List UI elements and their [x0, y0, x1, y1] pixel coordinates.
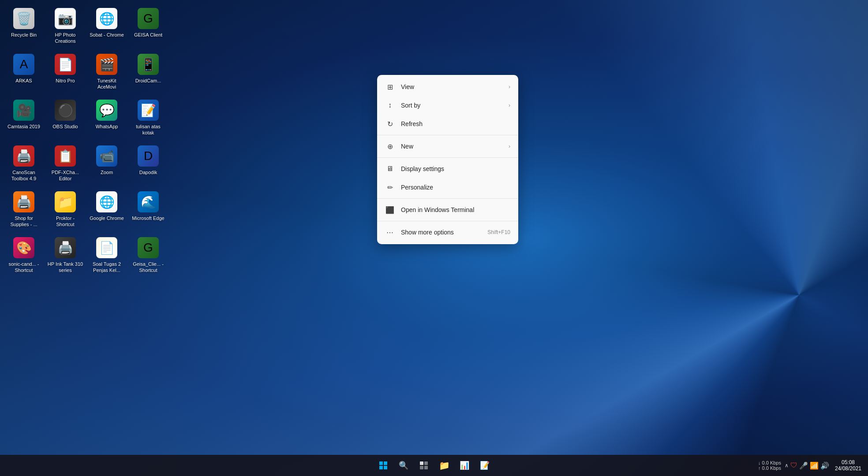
desktop-icon-google-chrome[interactable]: 🌐 Google Chrome: [87, 188, 126, 232]
ctx-icon-refresh: ↻: [385, 119, 395, 129]
icon-label-soal-tugas-2: Soal Tugas 2 Penjas Kel...: [89, 261, 125, 274]
icon-label-shop-for-supplies: Shop for Supplies - ...: [6, 215, 42, 228]
icon-label-sonic-cand-shortcut: sonic-cand... - Shortcut: [6, 261, 42, 274]
desktop-icon-shop-for-supplies[interactable]: 🖨️ Shop for Supplies - ...: [4, 188, 43, 232]
icon-label-canoscan: CanoScan Toolbox 4.9: [6, 169, 42, 182]
clock[interactable]: 05:08 24/08/2021: [833, 459, 864, 472]
desktop-icon-geisa-clie-shortcut[interactable]: G Geisa_Clie... - Shortcut: [129, 234, 168, 278]
desktop-icon-droidcam[interactable]: 📱 DroidCam...: [129, 50, 168, 94]
icon-label-microsoft-edge: Microsoft Edge: [132, 215, 164, 221]
icon-image-sonic-cand-shortcut: 🎨: [13, 237, 34, 258]
icon-image-camtasia: 🎥: [13, 100, 34, 121]
start-button[interactable]: [374, 457, 392, 474]
ctx-label-personalize: Personalize: [401, 184, 510, 191]
icon-image-geisa-clie-shortcut: G: [138, 237, 159, 258]
ctx-item-open-terminal[interactable]: ⬛ Open in Windows Terminal: [377, 201, 518, 219]
ctx-label-show-more-options: Show more options: [401, 229, 481, 236]
icon-image-canoscan: 🖨️: [13, 145, 34, 167]
svg-rect-2: [379, 466, 383, 469]
desktop-icon-tulisan-atas-kotak[interactable]: 📝 tulisan atas kotak: [129, 96, 168, 140]
search-button[interactable]: 🔍: [395, 457, 412, 474]
ctx-arrow-new: ›: [509, 143, 510, 149]
file-explorer-button[interactable]: 📁: [435, 457, 453, 474]
ctx-icon-show-more-options: ⋯: [385, 227, 395, 237]
ctx-divider-divider1: [377, 135, 518, 135]
network-info: ↓ 0.0 Kbps ↑ 0.0 Kbps: [758, 460, 781, 471]
ctx-label-display-settings: Display settings: [401, 165, 510, 172]
icon-image-hp-ink-tank: 🖨️: [55, 237, 76, 258]
icon-label-proktor-shortcut: Proktor - Shortcut: [47, 215, 83, 228]
microphone-icon[interactable]: 🎤: [799, 461, 808, 470]
desktop-icon-hp-ink-tank[interactable]: 🖨️ HP Ink Tank 310 series: [46, 234, 85, 278]
network-download: ↓ 0.0 Kbps: [758, 460, 781, 465]
ctx-divider-divider4: [377, 221, 518, 221]
time-display: 05:08: [842, 459, 855, 465]
desktop-icon-pdf-xchange[interactable]: 📋 PDF-XCha... Editor: [46, 142, 85, 186]
desktop-icon-geisa-client[interactable]: G GEISA Client: [129, 4, 168, 48]
desktop-icon-tuneskit[interactable]: 🎬 TunesKit AceMovi: [87, 50, 126, 94]
wifi-icon[interactable]: 📶: [810, 461, 819, 470]
ctx-icon-view: ⊞: [385, 82, 395, 92]
taskbar: 🔍 📁 📊 📝 ↓ 0.0 Kbps ↑ 0.0 Kbps ∧ 🛡 🎤 📶 🔊 …: [0, 455, 868, 476]
ctx-item-show-more-options[interactable]: ⋯ Show more options Shift+F10: [377, 223, 518, 242]
ctx-item-refresh[interactable]: ↻ Refresh: [377, 115, 518, 133]
icon-image-google-chrome: 🌐: [96, 191, 117, 212]
desktop-icon-sobat-chrome[interactable]: 🌐 Sobat - Chrome: [87, 4, 126, 48]
desktop-icon-canoscan[interactable]: 🖨️ CanoScan Toolbox 4.9: [4, 142, 43, 186]
icon-image-soal-tugas-2: 📄: [96, 237, 117, 258]
ctx-icon-sort-by: ↕: [385, 100, 395, 110]
icon-label-zoom: Zoom: [101, 169, 113, 175]
icon-label-hp-photo: HP Photo Creations: [47, 32, 83, 45]
taskbar-item-1[interactable]: 📊: [456, 457, 473, 474]
ctx-icon-personalize: ✏: [385, 182, 395, 192]
icon-label-pdf-xchange: PDF-XCha... Editor: [47, 169, 83, 182]
antivirus-icon: 🛡: [790, 461, 797, 469]
desktop-icon-nitro-pro[interactable]: 📄 Nitro Pro: [46, 50, 85, 94]
desktop-icon-recycle-bin[interactable]: 🗑️ Recycle Bin: [4, 4, 43, 48]
ctx-item-display-settings[interactable]: 🖥 Display settings: [377, 160, 518, 178]
desktop-icon-obs-studio[interactable]: ⚫ OBS Studio: [46, 96, 85, 140]
desktop-icon-arkas[interactable]: A ARKAS: [4, 50, 43, 94]
ctx-item-personalize[interactable]: ✏ Personalize: [377, 178, 518, 197]
desktop-icon-sonic-cand-shortcut[interactable]: 🎨 sonic-cand... - Shortcut: [4, 234, 43, 278]
icon-image-nitro-pro: 📄: [55, 54, 76, 75]
icon-label-camtasia: Camtasia 2019: [7, 123, 40, 130]
desktop-icon-dapodik[interactable]: D Dapodik: [129, 142, 168, 186]
icon-image-tuneskit: 🎬: [96, 54, 117, 75]
ctx-item-view[interactable]: ⊞ View ›: [377, 78, 518, 96]
desktop-icon-camtasia[interactable]: 🎥 Camtasia 2019: [4, 96, 43, 140]
icon-image-pdf-xchange: 📋: [55, 145, 76, 167]
icon-image-zoom: 📹: [96, 145, 117, 167]
ctx-label-new: New: [401, 143, 502, 150]
ctx-divider-divider2: [377, 157, 518, 158]
icon-image-recycle-bin: 🗑️: [13, 8, 34, 29]
taskbar-right: ↓ 0.0 Kbps ↑ 0.0 Kbps ∧ 🛡 🎤 📶 🔊 05:08 24…: [758, 455, 864, 476]
icon-image-shop-for-supplies: 🖨️: [13, 191, 34, 212]
icon-label-recycle-bin: Recycle Bin: [11, 32, 37, 38]
svg-rect-5: [424, 461, 428, 465]
taskbar-item-2[interactable]: 📝: [476, 457, 494, 474]
icon-label-whatsapp: WhatsApp: [96, 123, 118, 130]
icon-image-arkas: A: [13, 54, 34, 75]
desktop-icon-whatsapp[interactable]: 💬 WhatsApp: [87, 96, 126, 140]
system-tray: ∧ 🛡 🎤 📶 🔊: [785, 461, 829, 470]
ctx-label-sort-by: Sort by: [401, 102, 502, 109]
desktop-icon-zoom[interactable]: 📹 Zoom: [87, 142, 126, 186]
icon-image-sobat-chrome: 🌐: [96, 8, 117, 29]
desktop-icon-soal-tugas-2[interactable]: 📄 Soal Tugas 2 Penjas Kel...: [87, 234, 126, 278]
ctx-item-new[interactable]: ⊕ New ›: [377, 137, 518, 156]
svg-rect-7: [424, 466, 428, 469]
taskview-button[interactable]: [415, 457, 433, 474]
show-hidden-button[interactable]: ∧: [785, 462, 789, 469]
desktop-icon-microsoft-edge[interactable]: 🌊 Microsoft Edge: [129, 188, 168, 232]
ctx-icon-display-settings: 🖥: [385, 164, 395, 174]
desktop-icons-grid: 🗑️ Recycle Bin 📷 HP Photo Creations 🌐 So…: [4, 4, 168, 278]
svg-rect-3: [384, 466, 387, 469]
volume-icon[interactable]: 🔊: [820, 461, 829, 470]
svg-rect-0: [379, 461, 383, 465]
icon-image-dapodik: D: [138, 145, 159, 167]
desktop-icon-hp-photo[interactable]: 📷 HP Photo Creations: [46, 4, 85, 48]
ctx-item-sort-by[interactable]: ↕ Sort by ›: [377, 96, 518, 115]
icon-label-hp-ink-tank: HP Ink Tank 310 series: [47, 261, 83, 274]
desktop-icon-proktor-shortcut[interactable]: 📁 Proktor - Shortcut: [46, 188, 85, 232]
